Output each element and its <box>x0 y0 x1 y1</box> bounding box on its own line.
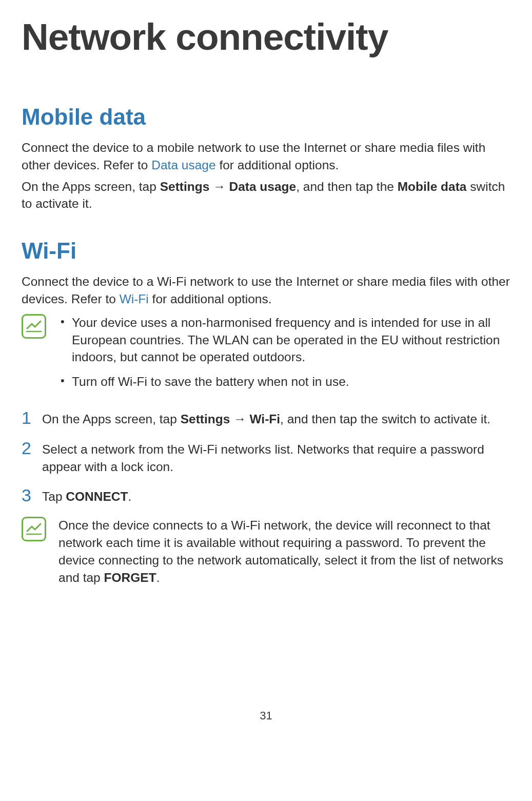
arrow-icon: → <box>230 412 249 426</box>
wifi-link[interactable]: Wi-Fi <box>120 292 149 306</box>
section-heading-mobile-data: Mobile data <box>22 104 510 130</box>
step-number: 3 <box>22 486 42 504</box>
text: Tap <box>42 490 66 503</box>
mobile-data-paragraph-2: On the Apps screen, tap Settings → Data … <box>22 178 510 213</box>
text: , and then tap the switch to activate it… <box>280 412 490 426</box>
note-bullet-battery: Turn off Wi-Fi to save the battery when … <box>58 373 510 390</box>
step-text: On the Apps screen, tap Settings → Wi-Fi… <box>42 409 510 428</box>
note-content: Your device uses a non-harmonised freque… <box>58 314 510 398</box>
note-content: Once the device connects to a Wi-Fi netw… <box>58 517 510 586</box>
text: , and then tap the <box>296 180 398 193</box>
wifi-label: Wi-Fi <box>249 412 280 426</box>
text: . <box>128 490 131 503</box>
note-block-reconnect: Once the device connects to a Wi-Fi netw… <box>22 517 510 586</box>
connect-label: CONNECT <box>66 490 128 503</box>
step-1: 1 On the Apps screen, tap Settings → Wi-… <box>22 409 510 428</box>
arrow-icon: → <box>209 180 229 193</box>
step-text: Tap CONNECT. <box>42 486 510 505</box>
mobile-data-paragraph-1: Connect the device to a mobile network t… <box>22 139 510 174</box>
note-icon <box>22 314 46 339</box>
text: . <box>156 571 160 584</box>
step-number: 2 <box>22 439 42 457</box>
settings-label: Settings <box>160 180 210 193</box>
step-text: Select a network from the Wi-Fi networks… <box>42 439 510 476</box>
note-icon <box>22 517 46 541</box>
page-title: Network connectivity <box>22 15 510 58</box>
mobile-data-label: Mobile data <box>398 180 467 193</box>
forget-label: FORGET <box>104 571 156 584</box>
text: On the Apps screen, tap <box>22 180 160 193</box>
note-block-wifi-info: Your device uses a non-harmonised freque… <box>22 314 510 398</box>
data-usage-link[interactable]: Data usage <box>151 158 215 172</box>
note-bullet-frequency: Your device uses a non-harmonised freque… <box>58 314 510 366</box>
text: for additional options. <box>149 292 272 306</box>
section-heading-wifi: Wi-Fi <box>22 238 510 264</box>
wifi-paragraph-1: Connect the device to a Wi-Fi network to… <box>22 273 510 308</box>
settings-label: Settings <box>181 412 230 426</box>
step-number: 1 <box>22 409 42 426</box>
text: for additional options. <box>216 158 339 172</box>
step-3: 3 Tap CONNECT. <box>22 486 510 505</box>
page-number: 31 <box>22 709 510 722</box>
data-usage-label: Data usage <box>229 180 296 193</box>
step-2: 2 Select a network from the Wi-Fi networ… <box>22 439 510 476</box>
text: On the Apps screen, tap <box>42 412 181 426</box>
